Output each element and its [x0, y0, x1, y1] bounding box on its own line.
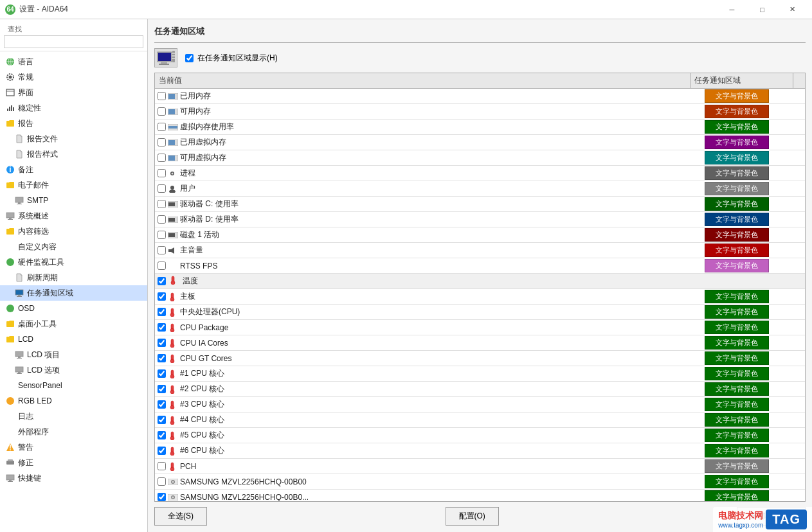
- maximize-button[interactable]: □: [748, 0, 777, 19]
- row-checkbox[interactable]: [158, 123, 166, 131]
- configure-button[interactable]: 配置(O): [446, 507, 499, 526]
- row-checkbox[interactable]: [158, 262, 166, 270]
- sidebar-item-report-file[interactable]: 报告文件: [0, 131, 147, 146]
- close-button[interactable]: ✕: [778, 0, 807, 19]
- row-value-cell: 文字与背景色: [702, 459, 805, 474]
- tag-badge: TAG: [766, 510, 807, 529]
- table-container[interactable]: 当前值 任务通知区域 已用内存文字与背景色可用内存文字与背景色虚拟内存使用率文字…: [154, 73, 806, 502]
- row-checkbox[interactable]: [158, 215, 166, 224]
- row-checkbox[interactable]: [158, 493, 166, 501]
- sidebar-item-content-filter[interactable]: 内容筛选: [0, 224, 147, 239]
- color-badge[interactable]: 文字与背景色: [705, 490, 769, 502]
- blank-icon: [5, 242, 15, 252]
- row-checkbox[interactable]: [158, 431, 166, 439]
- app-icon: 64: [5, 4, 15, 15]
- sidebar-item-report[interactable]: 报告: [0, 116, 147, 131]
- sidebar-item-stability[interactable]: 稳定性: [0, 100, 147, 116]
- row-checkbox[interactable]: [158, 416, 166, 424]
- color-badge[interactable]: 文字与背景色: [705, 290, 769, 303]
- sidebar-item-fix[interactable]: 修正: [0, 455, 147, 470]
- color-badge[interactable]: 文字与背景色: [705, 259, 769, 272]
- sidebar-item-task-notify[interactable]: 任务通知区域: [0, 285, 147, 301]
- row-label-cell: 主板: [155, 290, 702, 303]
- select-all-button[interactable]: 全选(S): [154, 507, 207, 526]
- sidebar-item-system-overview[interactable]: 系统概述: [0, 208, 147, 224]
- sidebar-item-refresh-rate[interactable]: 刷新周期: [0, 270, 147, 285]
- sidebar-item-smtp[interactable]: SMTP: [0, 193, 147, 208]
- row-checkbox[interactable]: [158, 400, 166, 409]
- row-checkbox[interactable]: [158, 292, 166, 301]
- color-badge[interactable]: 文字与背景色: [705, 182, 769, 195]
- sidebar-item-log[interactable]: 日志: [0, 409, 147, 424]
- sidebar-item-report-style[interactable]: 报告样式: [0, 146, 147, 162]
- color-badge[interactable]: 文字与背景色: [705, 228, 769, 242]
- color-badge[interactable]: 文字与背景色: [705, 398, 769, 411]
- minimize-button[interactable]: ─: [717, 0, 746, 19]
- color-badge[interactable]: 文字与背景色: [705, 429, 769, 442]
- sidebar-item-warning[interactable]: !警告: [0, 439, 147, 455]
- sidebar-item-lcd-option[interactable]: LCD 选项: [0, 362, 147, 378]
- color-badge[interactable]: 文字与背景色: [705, 213, 769, 226]
- color-badge[interactable]: 文字与背景色: [705, 120, 769, 134]
- row-checkbox[interactable]: [158, 246, 166, 254]
- table-row: #1 CPU 核心文字与背景色: [155, 366, 805, 382]
- sidebar-item-ui[interactable]: 界面: [0, 85, 147, 100]
- color-badge[interactable]: 文字与背景色: [705, 305, 769, 319]
- color-badge[interactable]: 文字与背景色: [705, 459, 769, 473]
- row-checkbox[interactable]: [158, 231, 166, 239]
- row-checkbox[interactable]: [158, 200, 166, 208]
- row-checkbox[interactable]: [158, 107, 166, 116]
- color-badge[interactable]: 文字与背景色: [705, 382, 769, 396]
- search-input[interactable]: [4, 35, 143, 48]
- sidebar-item-remark[interactable]: i备注: [0, 162, 147, 177]
- sidebar-item-general[interactable]: 常规: [0, 69, 147, 85]
- color-badge[interactable]: 文字与背景色: [705, 105, 769, 118]
- color-badge[interactable]: 文字与背景色: [705, 244, 769, 257]
- sidebar-item-label: OSD: [18, 302, 35, 315]
- sidebar-item-custom-content[interactable]: 自定义内容: [0, 239, 147, 254]
- sidebar-item-desktop-tool[interactable]: 桌面小工具: [0, 316, 147, 332]
- svg-point-63: [170, 186, 174, 190]
- color-badge[interactable]: 文字与背景色: [705, 197, 769, 211]
- row-checkbox[interactable]: [158, 92, 166, 100]
- sidebar-item-language[interactable]: 语言: [0, 54, 147, 69]
- color-badge[interactable]: 文字与背景色: [705, 413, 769, 427]
- svg-point-88: [170, 390, 174, 394]
- row-checkbox[interactable]: [158, 477, 166, 486]
- color-badge[interactable]: 文字与背景色: [705, 321, 769, 334]
- row-checkbox[interactable]: [158, 354, 166, 362]
- color-badge[interactable]: 文字与背景色: [705, 351, 769, 365]
- gear-small-icon: [168, 170, 178, 177]
- color-badge[interactable]: 文字与背景色: [705, 336, 769, 350]
- sidebar-item-lcd-item[interactable]: LCD 项目: [0, 347, 147, 362]
- sidebar-item-shortcut[interactable]: 快捷键: [0, 470, 147, 486]
- row-checkbox[interactable]: [158, 339, 166, 347]
- color-badge[interactable]: 文字与背景色: [705, 166, 769, 180]
- color-badge[interactable]: 文字与背景色: [705, 136, 769, 149]
- row-checkbox[interactable]: [158, 369, 166, 378]
- sidebar-item-email[interactable]: 电子邮件: [0, 177, 147, 193]
- row-checkbox[interactable]: [158, 138, 166, 146]
- sidebar-item-rgb-led[interactable]: RGB LED: [0, 393, 147, 409]
- enable-checkbox[interactable]: [185, 54, 194, 62]
- color-badge[interactable]: 文字与背景色: [705, 151, 769, 164]
- color-badge[interactable]: 文字与背景色: [705, 475, 769, 488]
- row-checkbox[interactable]: [158, 184, 166, 193]
- sidebar-item-external-prog[interactable]: 外部程序: [0, 424, 147, 439]
- row-checkbox[interactable]: [158, 323, 166, 332]
- sidebar-item-sensorpanel[interactable]: SensorPanel: [0, 378, 147, 393]
- row-checkbox[interactable]: [158, 169, 166, 177]
- row-checkbox[interactable]: [158, 308, 166, 316]
- color-badge[interactable]: 文字与背景色: [705, 367, 769, 380]
- color-badge[interactable]: 文字与背景色: [705, 89, 769, 103]
- row-checkbox[interactable]: [158, 154, 166, 162]
- row-checkbox[interactable]: [158, 447, 166, 455]
- row-checkbox[interactable]: [158, 385, 166, 393]
- row-checkbox[interactable]: [158, 462, 166, 470]
- color-badge[interactable]: 文字与背景色: [705, 444, 769, 457]
- sidebar-item-osd[interactable]: OSD: [0, 301, 147, 316]
- group-checkbox-temp-group[interactable]: [158, 277, 166, 285]
- sidebar-item-hw-monitor[interactable]: 硬件监视工具: [0, 254, 147, 270]
- sidebar-item-lcd[interactable]: LCD: [0, 332, 147, 347]
- svg-rect-41: [161, 62, 167, 64]
